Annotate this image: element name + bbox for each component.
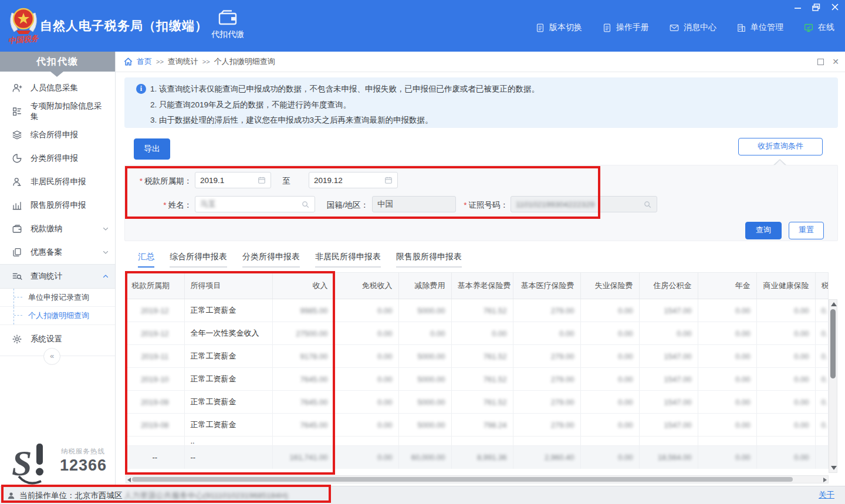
table-cell: 2019-09 — [126, 391, 184, 414]
table-cell: 0.00 — [334, 299, 398, 322]
layers-icon — [12, 130, 22, 140]
name-input[interactable]: 马某 — [195, 196, 315, 212]
table-cell: 0. — [815, 391, 828, 414]
header-menu-item-5[interactable]: 在线 — [803, 22, 834, 33]
table-cell: 0. — [815, 299, 828, 322]
sidebar-band-title: 代扣代缴 — [0, 52, 115, 72]
period-to-input[interactable]: 2019.12 — [309, 172, 398, 188]
sidebar-item-3[interactable]: 综合所得申报 — [0, 123, 115, 147]
chevron-down-icon — [102, 225, 109, 232]
wallet-icon — [12, 224, 22, 234]
table-cell: 0.00 — [756, 322, 815, 345]
scroll-right-icon[interactable] — [823, 478, 827, 482]
id-number-label: *证照号码： — [459, 200, 508, 211]
table-cell: 0.00 — [756, 368, 815, 391]
header-menu-item-2[interactable]: 操作手册 — [602, 22, 649, 33]
sidebar-menu: 人员信息采集专项附加扣除信息采集综合所得申报分类所得申报非居民所得申报限售股所得… — [0, 76, 115, 351]
header-menu-item-1[interactable]: 版本切换 — [535, 22, 582, 33]
breadcrumb-separator: >> — [202, 58, 210, 65]
result-table: 税款所属期所得项目收入免税收入减除费用基本养老保险费基本医疗保险费失业保险费住房… — [126, 272, 829, 469]
table-cell: 798.24 — [451, 414, 513, 437]
vertical-scroll-thumb[interactable] — [830, 309, 836, 378]
current-unit: 当前操作单位：北京市西城区人力资源公共服务中心(9111010231968518… — [7, 486, 288, 504]
about-link[interactable]: 关于 — [819, 490, 834, 500]
tab-1[interactable]: 汇总 — [138, 252, 154, 268]
sidebar-item-4[interactable]: 分类所得申报 — [0, 147, 115, 170]
header-menu-item-4[interactable]: 单位管理 — [736, 22, 783, 33]
collapse-query-button[interactable]: 收折查询条件 — [738, 138, 823, 155]
period-from-input[interactable]: 2019.1 — [195, 172, 271, 188]
sidebar-subitem-2[interactable]: 个人扣缴明细查询 — [0, 307, 115, 325]
sidebar-item-2[interactable]: 专项附加扣除信息采集 — [0, 100, 115, 123]
table-cell: 0.00 — [580, 414, 639, 437]
table-cell: 279.00 — [513, 368, 580, 391]
table-cell: 0.00 — [513, 322, 580, 345]
horizontal-scroll-thumb[interactable] — [132, 477, 793, 482]
minimize-icon[interactable] — [792, 2, 803, 12]
hotline-label: 纳税服务热线 — [61, 447, 105, 456]
table-cell — [513, 437, 580, 446]
sidebar-item-6[interactable]: 限售股所得申报 — [0, 194, 115, 217]
table-cell — [815, 446, 828, 469]
column-header-6: 基本养老保险费 — [451, 273, 513, 299]
table-cell: 2019-12 — [126, 322, 184, 345]
document-icon — [602, 23, 612, 33]
export-button[interactable]: 导出 — [134, 138, 170, 160]
tab-4[interactable]: 非居民所得申报表 — [315, 252, 381, 268]
scroll-down-icon[interactable] — [831, 466, 837, 470]
table-totals-row: ----161,741.000.0060,000.008,991.362,960… — [126, 446, 828, 469]
table-cell: 9985.00 — [272, 299, 334, 322]
table-cell: 18,564.00 — [639, 446, 698, 469]
svg-text:中国税务: 中国税务 — [8, 33, 40, 45]
header-menu: 版本切换操作手册消息中心单位管理在线 — [535, 22, 834, 33]
gear-icon — [12, 334, 22, 344]
sidebar-collapse-button[interactable]: « — [43, 348, 60, 365]
table-row: 2019-09正常工资薪金7645.000.005000.00761.52279… — [126, 391, 828, 414]
close-icon[interactable] — [830, 2, 840, 12]
table-row: 2019-11正常工资薪金9178.000.005000.00761.52279… — [126, 345, 828, 368]
scroll-left-icon[interactable] — [127, 478, 131, 482]
sidebar-item-1[interactable]: 人员信息采集 — [0, 76, 115, 100]
horizontal-scrollbar[interactable] — [126, 475, 829, 483]
header-tab-withholding[interactable]: 代扣代缴 — [202, 9, 253, 40]
sidebar-item-5[interactable]: 非居民所得申报 — [0, 170, 115, 194]
sidebar-item-9[interactable]: 查询统计 — [0, 264, 115, 289]
tab-2[interactable]: 综合所得申报表 — [170, 252, 227, 268]
panel-maximize-icon[interactable] — [817, 59, 824, 65]
breadcrumb-home-link[interactable]: 首页 — [137, 56, 152, 67]
reset-button[interactable]: 重置 — [789, 222, 824, 239]
breadcrumb-item-1: 查询统计 — [168, 56, 198, 67]
table-cell: 0.00 — [580, 345, 639, 368]
sidebar-item-7[interactable]: 税款缴纳 — [0, 217, 115, 241]
id-number-input[interactable]: 110102199304222329 — [511, 196, 657, 212]
person-add-icon — [12, 83, 22, 93]
scroll-up-icon[interactable] — [831, 302, 837, 306]
header-menu-item-3[interactable]: 消息中心 — [669, 22, 716, 33]
table-partial-row: .. — [126, 437, 828, 446]
tab-5[interactable]: 限售股所得申报表 — [396, 252, 462, 268]
tree-line — [13, 307, 25, 324]
period-label: *税款所属期： — [126, 176, 192, 187]
table-cell: 0.00 — [580, 322, 639, 345]
sidebar-item-8[interactable]: 优惠备案 — [0, 241, 115, 264]
table-cell: 正常工资薪金 — [184, 391, 272, 414]
building-icon — [736, 23, 746, 33]
table-cell: 0.00 — [334, 391, 398, 414]
table-cell: 27500.00 — [272, 322, 334, 345]
sidebar-subitem-1[interactable]: 单位申报记录查询 — [0, 289, 115, 307]
notice-box: i 1. 该查询统计表仅能查询已申报成功的数据，不包含未申报、申报失败，已申报但… — [124, 77, 838, 128]
tree-line — [13, 289, 25, 306]
table-cell: 761.52 — [451, 299, 513, 322]
sidebar-item-settings[interactable]: 系统设置 — [0, 327, 115, 351]
panel-close-icon[interactable]: ✕ — [832, 57, 839, 66]
table-cell: 0.00 — [698, 345, 756, 368]
query-button[interactable]: 查询 — [745, 222, 782, 239]
column-header-2: 所得项目 — [184, 273, 272, 299]
table-cell: 0.00 — [756, 299, 815, 322]
table-cell — [698, 437, 756, 446]
table-cell: 0.00 — [334, 414, 398, 437]
vertical-scrollbar[interactable] — [829, 299, 837, 473]
restore-icon[interactable] — [811, 2, 822, 12]
tab-3[interactable]: 分类所得申报表 — [242, 252, 300, 268]
table-cell: 0.00 — [580, 391, 639, 414]
